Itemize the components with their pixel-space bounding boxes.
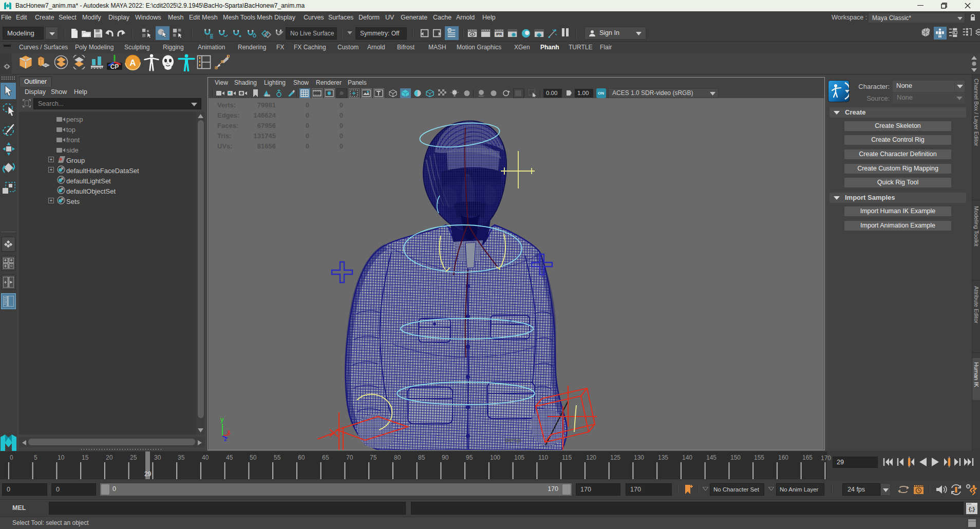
svg-text:A: A [129,58,136,68]
svg-text:persp: persp [505,437,521,444]
svg-text:{;}: {;} [969,506,975,512]
svg-text:x: x [227,428,231,436]
svg-text:IPR: IPR [496,32,502,36]
svg-text:y: y [220,416,224,423]
svg-text:z: z [224,436,227,443]
